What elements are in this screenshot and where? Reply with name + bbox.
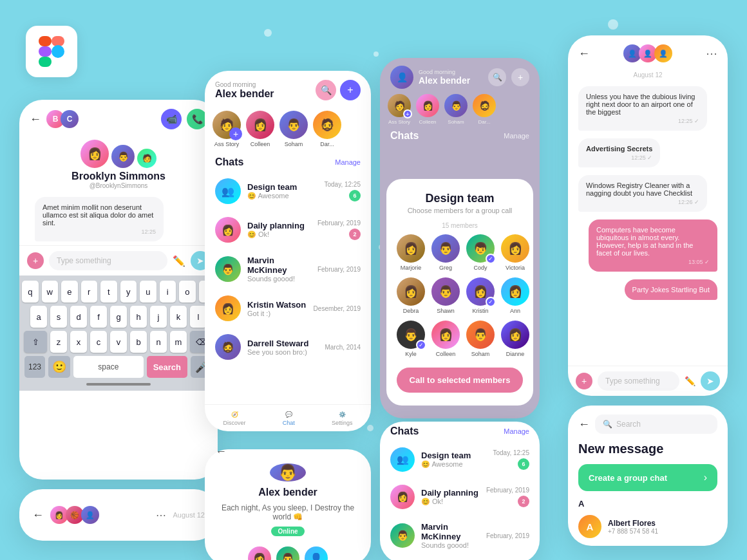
nav-chat[interactable]: 💬 Chat — [283, 411, 295, 426]
member-victoria[interactable]: 👩 Victoria — [501, 234, 529, 271]
key-f[interactable]: f — [90, 306, 107, 328]
key-h[interactable]: h — [130, 306, 147, 328]
key-k[interactable]: k — [170, 306, 187, 328]
key-d[interactable]: d — [70, 306, 87, 328]
add-badge: + — [403, 109, 412, 118]
search-btn[interactable]: 🔍 — [488, 68, 506, 86]
member-greg[interactable]: 👨 Greg — [431, 234, 460, 271]
keyboard[interactable]: q w e r t y u i o p a s d f g h j k l — [19, 275, 218, 391]
add-story-btn[interactable]: + — [229, 127, 242, 140]
phone1-chat-keyboard: ← B C 📹 📞 👩 👨 🧑 Brooklyn Simmons @Brookl… — [19, 100, 218, 480]
key-r[interactable]: r — [81, 281, 98, 303]
search-bar[interactable]: 🔍 Search — [595, 415, 717, 434]
key-space[interactable]: space — [73, 356, 144, 378]
message-input[interactable]: Type something — [49, 251, 167, 270]
key-i[interactable]: i — [160, 281, 176, 303]
key-a[interactable]: a — [30, 306, 47, 328]
key-j[interactable]: j — [150, 306, 167, 328]
message-bubble: Amet minim mollit non deserunt ullamco e… — [35, 197, 164, 241]
key-b[interactable]: b — [130, 331, 147, 353]
key-v[interactable]: v — [110, 331, 127, 353]
nav-settings[interactable]: ⚙️ Settings — [332, 411, 353, 426]
manage-button[interactable]: Manage — [335, 158, 361, 166]
chat-item-kristin[interactable]: 👩 Kristin Watson Got it :) Desember, 201… — [205, 289, 371, 328]
key-c[interactable]: c — [90, 331, 107, 353]
key-m[interactable]: m — [170, 331, 187, 353]
story-item[interactable]: 👩 Colleen — [246, 111, 274, 147]
member-kyle[interactable]: 👨 ✓ Kyle — [397, 321, 425, 357]
manage-btn[interactable]: Manage — [504, 427, 529, 435]
chat-item-daily-planning[interactable]: 👩 Daily planning 😊 Ok! February, 2019 2 — [380, 478, 540, 516]
chat-item-marvin[interactable]: 👨 Marvin McKinney Sounds goood! February… — [205, 249, 371, 289]
edit-icon[interactable]: ✏️ — [173, 255, 185, 267]
member-marjorie[interactable]: 👩 Marjorie — [397, 234, 425, 271]
nav-discover[interactable]: 🧭 Discover — [223, 411, 246, 426]
compose-button[interactable]: + — [340, 80, 361, 100]
back-button[interactable]: ← — [32, 509, 44, 522]
search-button[interactable]: 🔍 — [316, 80, 336, 100]
key-g[interactable]: g — [110, 306, 127, 328]
key-n[interactable]: n — [150, 331, 167, 353]
send-button[interactable]: ➤ — [701, 371, 720, 391]
action-avatar2[interactable]: 👨 — [276, 546, 299, 560]
video-call-button[interactable]: 📹 — [161, 109, 182, 129]
more-options-button[interactable]: ⋯ — [156, 509, 166, 521]
story-item[interactable]: 🧑 + Ass Story — [388, 94, 411, 125]
message-input[interactable]: Type something — [598, 371, 679, 391]
contact-item-albert[interactable]: A Albert Flores +7 888 574 58 41 — [568, 510, 728, 543]
member-shawn[interactable]: 👨 Shawn — [431, 277, 460, 314]
key-x[interactable]: x — [70, 331, 87, 353]
key-emoji[interactable]: 🙂 — [48, 356, 70, 378]
back-button[interactable]: ← — [578, 47, 590, 61]
story-item[interactable]: 🧔 Dar... — [313, 111, 341, 147]
create-group-button[interactable]: Create a group chat › — [578, 464, 717, 491]
story-item[interactable]: 🧔 Dar... — [473, 94, 496, 125]
attach-btn[interactable]: + — [27, 252, 44, 269]
key-w[interactable]: w — [42, 281, 59, 303]
member-ann[interactable]: 👩 Ann — [501, 277, 529, 314]
member-colleen[interactable]: 👩 Colleen — [431, 321, 460, 357]
story-item[interactable]: 👨 Soham — [444, 94, 468, 125]
key-o[interactable]: o — [179, 281, 196, 303]
call-button[interactable]: Call to selected members — [397, 368, 523, 393]
attach-btn[interactable]: + — [576, 373, 592, 389]
manage-btn[interactable]: Manage — [504, 132, 529, 140]
member-debra[interactable]: 👩 Debra — [397, 277, 425, 314]
key-t[interactable]: t — [100, 281, 117, 303]
add-btn[interactable]: + — [511, 68, 529, 86]
story-item[interactable]: 👨 Soham — [279, 111, 308, 147]
phone7-chat-list: Chats Manage 👥 Design team 😊 Awesome Tod… — [380, 422, 540, 560]
key-s[interactable]: s — [50, 306, 67, 328]
more-options-button[interactable]: ⋯ — [706, 46, 717, 61]
profile-section: 👩 👨 🧑 Brooklyn Simmons @BrooklynSimmons — [19, 135, 218, 193]
key-search[interactable]: Search — [147, 356, 187, 378]
member-dianne[interactable]: 👩 Dianne — [501, 321, 529, 357]
contact-item-partial[interactable]: A Alice... — [568, 543, 728, 546]
back-button[interactable]: ← — [578, 418, 590, 431]
key-z[interactable]: z — [50, 331, 67, 353]
profile-handle: @BrooklynSimmons — [90, 182, 148, 189]
edit-icon[interactable]: ✏️ — [685, 376, 695, 386]
chat-item-daily-planning[interactable]: 👩 Daily planning 😊 Ok! February, 2019 2 — [205, 210, 371, 249]
messages-container: Unless you have the dubious living right… — [568, 82, 728, 366]
chat-item-design-team[interactable]: 👥 Design team 😊 Awesome Today, 12:25 6 — [205, 172, 371, 210]
member-kristin[interactable]: 👩 ✓ Kristin — [466, 277, 495, 314]
member-cody[interactable]: 👦 ✓ Cody — [466, 234, 495, 271]
chat-item-design-team[interactable]: 👥 Design team 😊 Awesome Today, 12:25 6 — [380, 441, 540, 478]
message-bubble: Computers have become ubiquitous in almo… — [589, 219, 717, 272]
unread-badge: 2 — [349, 229, 361, 240]
story-item[interactable]: 🧑 + Ass Story — [213, 111, 241, 147]
action-avatar1[interactable]: 👩 — [248, 546, 271, 560]
chat-item-darrell[interactable]: 🧔 Darrell Steward See you soon bro:) Mar… — [205, 328, 371, 366]
key-u[interactable]: u — [140, 281, 156, 303]
key-q[interactable]: q — [22, 281, 39, 303]
chat-item-marvin[interactable]: 👨 Marvin McKinney Sounds goood! February… — [380, 516, 540, 555]
back-button[interactable]: ← — [30, 113, 41, 126]
key-shift[interactable]: ⇧ — [24, 331, 47, 353]
story-item[interactable]: 👩 Colleen — [416, 94, 439, 125]
key-e[interactable]: e — [61, 281, 78, 303]
key-y[interactable]: y — [120, 281, 137, 303]
member-soham[interactable]: 👨 Soham — [466, 321, 495, 357]
action-avatar3[interactable]: 👤 — [305, 546, 328, 560]
key-123[interactable]: 123 — [24, 356, 45, 378]
